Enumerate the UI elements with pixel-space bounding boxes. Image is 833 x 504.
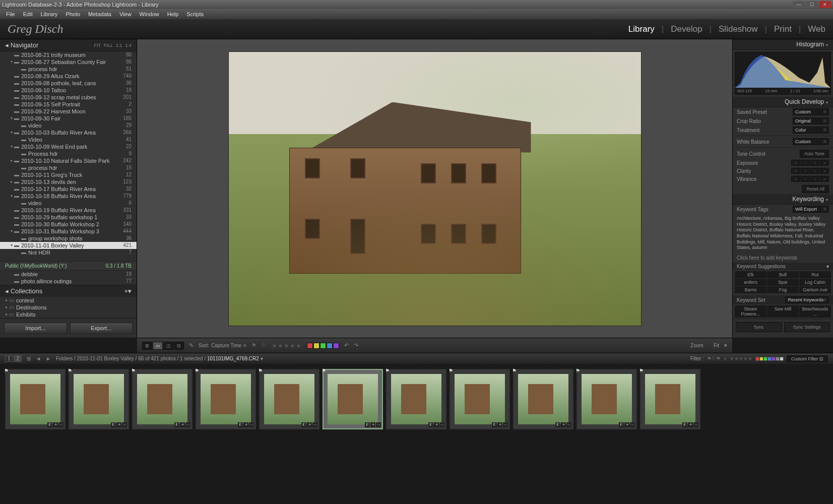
folder-item[interactable]: ▬video29 <box>0 122 137 129</box>
rotate-right-icon[interactable]: ↷ <box>354 342 358 349</box>
keywords-text[interactable]: Architecture, Arkansas, Big Buffalo Vall… <box>733 214 833 253</box>
filmstrip[interactable]: ⚑◧◈▭⚑◧◈▭⚑◧◈▭⚑◧◈▭⚑◧◈▭⚑◧◈▭⚑◧◈▭⚑◧◈▭⚑◧◈▭⚑◧◈▭… <box>0 364 833 434</box>
folder-item[interactable]: ▬2010-08-29 Altus Ozark740 <box>0 73 137 80</box>
color-label[interactable] <box>320 343 326 349</box>
folder-item[interactable]: ▬2010-10-29 buffalo workshop 133 <box>0 214 137 221</box>
loupe-view[interactable] <box>137 39 732 338</box>
prev-photo-icon[interactable]: ◄ <box>36 356 41 361</box>
folder-item[interactable]: ▾▬2010-10-09 West End park22 <box>0 143 137 150</box>
import-button[interactable]: Import... <box>4 323 67 334</box>
keyword-recent-item[interactable]: Beechwoods ... <box>799 305 831 318</box>
sort-control[interactable]: Sort: Capture Time ⊟ <box>199 343 246 348</box>
filter-color[interactable] <box>780 357 784 361</box>
filmstrip-thumb[interactable]: ⚑◧◈▭ <box>69 369 129 429</box>
filter-color[interactable] <box>772 357 776 361</box>
folder-item[interactable]: ▬2010-10-30 Buffalo Workshop 2140 <box>0 221 137 228</box>
add-keywords[interactable]: Click here to add keywords <box>733 253 833 263</box>
keyword-suggestion[interactable]: antlers <box>735 279 766 286</box>
filmstrip-thumb[interactable]: ⚑◧◈▭ <box>640 369 700 429</box>
collection-item[interactable]: ▸▭Destinations <box>0 304 137 311</box>
filmstrip-thumb[interactable]: ⚑◧◈▭ <box>323 369 383 429</box>
next-photo-icon[interactable]: ► <box>46 356 51 361</box>
menu-photo[interactable]: Photo <box>61 11 84 17</box>
keyword-suggestion[interactable]: Log Cabin <box>799 279 831 286</box>
folder-item[interactable]: ▬process hdr51 <box>0 66 137 73</box>
keyword-suggestion[interactable]: Spar <box>767 279 799 286</box>
rating-stars[interactable]: ★★★★★ <box>272 342 302 349</box>
filmstrip-thumb[interactable]: ⚑◧◈▭ <box>196 369 256 429</box>
folder-item[interactable]: ▬video6 <box>0 200 137 207</box>
keyword-suggestion[interactable]: Barns <box>735 286 766 293</box>
folder-item[interactable]: ▬process hdr15 <box>0 164 137 171</box>
drive-bar[interactable]: Public (\\MyBookWorld) (Y:) 0.3 / 1.8 TB <box>0 261 137 271</box>
folder-item[interactable]: ▾▬2010-08-27 Sebastian County Fair86 <box>0 58 137 66</box>
folder-item[interactable]: ▾▬2010-10-03 Buffalo River Area266 <box>0 129 137 136</box>
color-label[interactable] <box>307 343 313 349</box>
nav-zoom-1:1[interactable]: 1:1 <box>116 43 122 48</box>
custom-filter-select[interactable]: Custom Filter ⊟ <box>787 355 828 362</box>
syncsettings-button[interactable]: Sync Settings <box>784 322 830 332</box>
folder-item[interactable]: ▾▬2010-11-01 Boxley Valley421 <box>0 242 137 249</box>
nav-zoom-fit[interactable]: FIT <box>94 43 101 48</box>
crop-select[interactable]: Original <box>793 117 829 124</box>
flag-icon[interactable]: ⚑ <box>251 342 257 349</box>
folder-item[interactable]: ▬Video41 <box>0 136 137 143</box>
filter-rating-op[interactable]: ≥ <box>724 356 727 361</box>
folder-item[interactable]: ▸▬2010-10-13 devils den123 <box>0 178 137 185</box>
module-slideshow[interactable]: Slideshow <box>719 24 758 34</box>
clarity-steppers[interactable]: «‹›» <box>791 168 829 174</box>
folder-item[interactable]: ▬2010-10-11 Greg's Truck12 <box>0 171 137 178</box>
menu-metadata[interactable]: Metadata <box>84 11 115 17</box>
keyword-suggestion[interactable]: Bull <box>767 271 799 278</box>
keywordtags-mode[interactable]: Will Export <box>793 206 829 213</box>
keyword-suggestion[interactable]: Elk <box>735 271 766 278</box>
toolbar-menu-icon[interactable]: ▾ <box>724 342 727 349</box>
keyword-suggestion[interactable]: Fog <box>767 286 799 293</box>
folder-item[interactable]: ▬2010-10-17 Buffalo River Area32 <box>0 185 137 193</box>
folder-item[interactable]: ▾▬2010-10-18 Buffalo River Area779 <box>0 193 137 200</box>
folder-item[interactable]: ▬photo allince outings77 <box>0 278 137 285</box>
folder-item[interactable]: ▬Process hdr9 <box>0 150 137 157</box>
folder-item[interactable]: ▾▬2010-10-31 Buffalo Workshop 3444 <box>0 228 137 235</box>
grid-view-button[interactable]: ⊞ <box>142 342 152 350</box>
keywordset-select[interactable]: Recent Keywords <box>785 296 829 303</box>
compare-view-button[interactable]: ◫ <box>163 342 173 350</box>
folder-item[interactable]: ▬2010-09-12 scrap metal cubes201 <box>0 94 137 101</box>
reject-icon[interactable]: ⚐ <box>262 342 267 349</box>
color-label[interactable] <box>333 343 339 349</box>
quickdevelop-header[interactable]: Quick Develop▾ <box>733 97 833 107</box>
autotone-button[interactable]: Auto Tone <box>800 150 829 158</box>
second-window-buttons[interactable]: 12 <box>5 355 22 362</box>
folder-item[interactable]: ▬Not HDR7 <box>0 249 137 256</box>
filter-color[interactable] <box>767 357 772 361</box>
keywording-header[interactable]: Keywording▾ <box>733 194 833 205</box>
menu-file[interactable]: File <box>2 11 19 17</box>
filter-color[interactable] <box>759 357 763 361</box>
menu-scripts[interactable]: Scripts <box>182 11 208 17</box>
filmstrip-thumb[interactable]: ⚑◧◈▭ <box>386 369 446 429</box>
menu-view[interactable]: View <box>115 11 136 17</box>
minimize-button[interactable]: — <box>793 1 805 8</box>
menu-window[interactable]: Window <box>136 11 163 17</box>
collection-item[interactable]: ▸▭contest <box>0 297 137 304</box>
module-develop[interactable]: Develop <box>671 24 702 34</box>
vibrance-steppers[interactable]: «‹›» <box>791 176 829 182</box>
export-button[interactable]: Export... <box>70 323 133 334</box>
maximize-button[interactable]: ☐ <box>806 1 818 8</box>
menu-edit[interactable]: Edit <box>19 11 37 17</box>
wb-select[interactable]: Custom <box>793 138 829 145</box>
filmstrip-thumb[interactable]: ⚑◧◈▭ <box>5 369 66 429</box>
histogram[interactable]: ISO 125 15 mm ƒ / 11 1/30 sec <box>735 52 831 95</box>
painter-icon[interactable]: ✎ <box>189 342 194 349</box>
folder-item[interactable]: ▬2010-09-10 Tattoo18 <box>0 87 137 94</box>
add-collection-icon[interactable]: +▾ <box>124 287 132 295</box>
color-label[interactable] <box>327 343 333 349</box>
folder-item[interactable]: ▬2010-08-21 trolly museum80 <box>0 51 137 58</box>
breadcrumb[interactable]: Folders / 2010-11-01 Boxley Valley / 66 … <box>56 356 263 361</box>
color-label[interactable] <box>313 343 319 349</box>
filter-color[interactable] <box>755 357 759 361</box>
loupe-view-button[interactable]: ▭ <box>153 342 163 350</box>
keyword-suggestion[interactable]: Garison Ave <box>799 286 831 293</box>
preset-select[interactable]: Custom <box>793 108 829 115</box>
folder-item[interactable]: ▬group workshop shots36 <box>0 235 137 242</box>
